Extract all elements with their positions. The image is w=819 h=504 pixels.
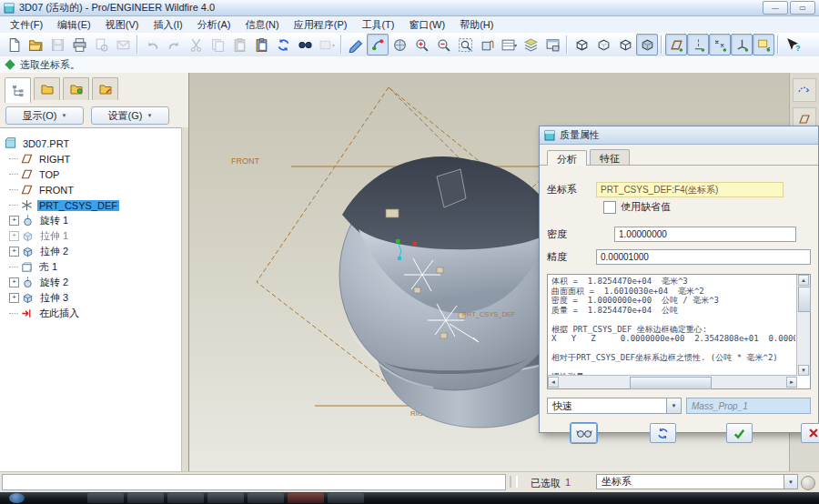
tb-select-working-button[interactable]: ▾: [316, 34, 338, 55]
vscroll-thumb[interactable]: [798, 287, 811, 312]
tb-new-file-button[interactable]: [3, 34, 25, 55]
nav-tab-folder-browser[interactable]: [34, 77, 60, 100]
tb-cut-button[interactable]: [185, 34, 207, 55]
vertex-handle-cyan[interactable]: [398, 257, 401, 260]
tb-paste-button[interactable]: [228, 34, 250, 55]
menu-item-analysis[interactable]: 分析(A): [190, 16, 238, 34]
accuracy-input[interactable]: 0.00001000: [596, 249, 811, 265]
taskbar-button[interactable]: [248, 493, 284, 503]
tree-expander-icon[interactable]: +: [9, 231, 19, 241]
menu-item-edit[interactable]: 编辑(E): [50, 16, 98, 34]
minimize-button[interactable]: —: [763, 1, 788, 15]
tree-expander-icon[interactable]: +: [9, 277, 19, 287]
taskbar-button[interactable]: [87, 493, 124, 503]
maximize-button[interactable]: ▭: [790, 1, 815, 15]
sketch-points-button[interactable]: [793, 78, 816, 102]
selection-filter-dropdown[interactable]: 坐标系 ▼: [596, 474, 798, 489]
scroll-right-icon[interactable]: ►: [786, 377, 797, 388]
tb-open-button[interactable]: [25, 34, 46, 55]
tb-refit-button[interactable]: [454, 34, 476, 55]
tb-datum-points-button[interactable]: [709, 34, 731, 55]
tb-shaded-button[interactable]: [636, 34, 658, 55]
tree-item-extrude-1[interactable]: +拉伸 1: [4, 228, 182, 244]
tb-print-preview-button[interactable]: [90, 34, 112, 55]
tree-expander-icon[interactable]: +: [9, 247, 19, 257]
vertex-handle-red[interactable]: [413, 242, 417, 246]
navigator-sash[interactable]: [181, 127, 188, 472]
tb-datum-planes-button[interactable]: [665, 34, 687, 55]
vertex-handle-green[interactable]: [396, 239, 400, 244]
statusbar-splitter[interactable]: [510, 476, 518, 488]
results-hscrollbar[interactable]: ◄ ►: [548, 375, 797, 388]
filter-settings-icon[interactable]: [801, 476, 815, 490]
tree-expander-icon[interactable]: +: [9, 216, 19, 226]
taskbar-button[interactable]: [167, 493, 204, 503]
nav-tab-favorites[interactable]: [63, 77, 89, 100]
menu-item-window[interactable]: 窗口(W): [401, 16, 452, 34]
tree-item-part-root[interactable]: 3D07.PRT: [4, 136, 182, 151]
tb-spin-center-dots-button[interactable]: [367, 34, 389, 55]
tb-paste-special-button[interactable]: [250, 34, 272, 55]
results-vscrollbar[interactable]: ▲ ▼: [796, 275, 810, 376]
menu-item-help[interactable]: 帮助(H): [452, 16, 500, 34]
tb-layers-button[interactable]: [520, 34, 541, 55]
tb-save-button[interactable]: [46, 34, 68, 55]
tree-item-prt-csys-def[interactable]: PRT_CSYS_DEF: [4, 197, 182, 213]
tb-context-help-button[interactable]: ?: [782, 34, 804, 55]
show-button[interactable]: 显示(O)▼: [5, 106, 84, 125]
scroll-left-icon[interactable]: ◄: [548, 377, 559, 388]
csys-reference-field[interactable]: PRT_CSYS_DEF:F4(坐标系): [596, 182, 784, 197]
tb-no-hidden-button[interactable]: [614, 34, 636, 55]
menu-item-info[interactable]: 信息(N): [238, 16, 286, 34]
tree-expander-icon[interactable]: +: [9, 293, 19, 303]
use-default-checkbox[interactable]: [603, 201, 616, 214]
tb-hidden-line-button[interactable]: [592, 34, 614, 55]
tb-zoom-in-button[interactable]: [410, 34, 432, 55]
settings-button[interactable]: 设置(G)▼: [91, 106, 169, 125]
menu-item-view[interactable]: 视图(V): [98, 16, 147, 34]
analysis-name-field[interactable]: Mass_Prop_1: [686, 398, 811, 414]
scroll-down-icon[interactable]: ▼: [798, 365, 809, 376]
tree-item-top-plane[interactable]: TOP: [4, 166, 182, 182]
taskbar-button[interactable]: [288, 493, 324, 503]
repeat-button[interactable]: [650, 423, 676, 443]
menu-item-file[interactable]: 文件(F): [3, 16, 50, 34]
tree-item-front-plane[interactable]: FRONT: [4, 182, 182, 197]
analysis-mode-dropdown[interactable]: 快速 ▼: [547, 398, 682, 414]
scroll-up-icon[interactable]: ▲: [798, 275, 809, 286]
tb-reorient-button[interactable]: [476, 34, 498, 55]
tb-search-button[interactable]: [294, 34, 316, 55]
tree-item-revolve-1[interactable]: +旋转 1: [4, 213, 182, 228]
tree-item-shell-1[interactable]: 壳 1: [4, 259, 182, 275]
menu-item-applications[interactable]: 应用程序(P): [287, 16, 355, 34]
tb-copy-button[interactable]: [207, 34, 228, 55]
preview-button[interactable]: [571, 423, 597, 443]
tb-redo-button[interactable]: [163, 34, 185, 55]
hscroll-thumb[interactable]: [630, 377, 712, 389]
ok-button[interactable]: [726, 423, 753, 443]
tb-wireframe-button[interactable]: [571, 34, 592, 55]
tree-item-revolve-2[interactable]: +旋转 2: [4, 275, 182, 290]
tb-view-manager-button[interactable]: [541, 34, 563, 55]
nav-tab-connections[interactable]: [92, 77, 118, 100]
tree-item-insert-here[interactable]: 在此插入: [4, 306, 182, 321]
tb-zoom-out-button[interactable]: [432, 34, 454, 55]
tb-repaint-button[interactable]: [345, 34, 367, 55]
density-input[interactable]: 1.00000000: [614, 227, 796, 242]
tb-realtime-rendering-button[interactable]: [389, 34, 410, 55]
taskbar-button[interactable]: [328, 493, 364, 503]
tb-send-mail-button[interactable]: [112, 34, 134, 55]
cancel-button[interactable]: [801, 423, 819, 443]
menu-item-tools[interactable]: 工具(T): [354, 16, 401, 34]
taskbar-button[interactable]: [127, 493, 164, 503]
start-orb-icon[interactable]: [9, 493, 25, 503]
tree-item-right-plane[interactable]: RIGHT: [4, 151, 182, 166]
nav-tab-model-tree[interactable]: [5, 77, 31, 103]
tb-datum-csys-button[interactable]: [731, 34, 753, 55]
tb-print-button[interactable]: [68, 34, 90, 55]
tb-regenerate-button[interactable]: [272, 34, 294, 55]
tb-datum-axes-button[interactable]: [687, 34, 709, 55]
taskbar-button[interactable]: [207, 493, 244, 503]
tree-item-extrude-2[interactable]: +拉伸 2: [4, 244, 182, 259]
tab-analysis[interactable]: 分析: [547, 150, 587, 166]
